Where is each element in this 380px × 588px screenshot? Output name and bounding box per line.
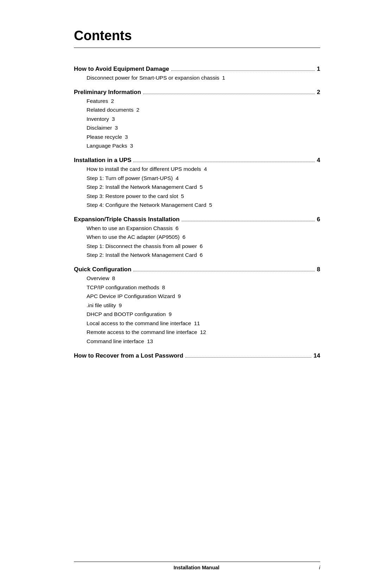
toc-sub-page: 4 (204, 165, 207, 174)
toc-sub-item: DHCP and BOOTP configuration9 (74, 310, 320, 319)
toc-sub-item: Language Packs3 (74, 141, 320, 150)
title-divider (74, 48, 320, 48)
toc-sub-text: Command line interface (87, 337, 144, 346)
toc-heading-text: Expansion/Triple Chassis Installation (74, 216, 179, 223)
toc-sub-text: When to use the AC adapter (AP9505) (87, 233, 180, 242)
toc-sub-page: 3 (115, 123, 118, 132)
toc-sub-page: 6 (200, 250, 203, 260)
toc-sub-page: 5 (181, 192, 184, 201)
toc-sub-text: Language Packs (87, 141, 127, 150)
toc-page-num: 8 (317, 266, 320, 273)
toc-sub-text: Remote access to the command line interf… (87, 328, 197, 337)
toc-sub-page: 8 (162, 283, 165, 292)
toc-sub-page: 9 (119, 301, 122, 310)
toc-dots (171, 70, 315, 71)
toc-sub-text: Inventory (87, 114, 109, 124)
toc-heading-text: Preliminary Information (74, 89, 141, 96)
toc-sub-page: 12 (200, 328, 206, 337)
toc-sub-item: Disclaimer3 (74, 123, 320, 132)
toc-sub-item: TCP/IP configuration methods8 (74, 283, 320, 292)
toc-heading-expansion-chassis: Expansion/Triple Chassis Installation6 (74, 216, 320, 223)
toc-sub-page: 6 (176, 224, 179, 233)
toc-heading-text: How to Avoid Equipment Damage (74, 66, 169, 73)
toc-page-num: 1 (317, 66, 320, 73)
toc-sub-page: 9 (178, 292, 181, 301)
toc-dots (185, 357, 311, 358)
toc-sub-page: 1 (222, 73, 225, 82)
toc-sub-text: TCP/IP configuration methods (87, 283, 159, 292)
toc-sub-item: How to install the card for different UP… (74, 165, 320, 174)
toc-page-num: 6 (317, 216, 320, 223)
toc-sub-item: Features2 (74, 97, 320, 106)
footer-page-number: i (319, 565, 320, 570)
toc-sub-item: Step 3: Restore power to the card slot5 (74, 192, 320, 201)
toc-sub-text: When to use an Expansion Chassis (87, 224, 173, 233)
toc-sub-text: Overview (87, 274, 109, 283)
toc-heading-quick-config: Quick Configuration8 (74, 266, 320, 273)
toc-sub-page: 9 (169, 310, 172, 319)
toc-section-avoid-damage: How to Avoid Equipment Damage1Disconnect… (74, 61, 320, 82)
toc-sub-item: Please recycle3 (74, 132, 320, 142)
toc-heading-recover-password: How to Recover from a Lost Password14 (74, 352, 320, 359)
toc-sub-page: 5 (209, 200, 212, 210)
toc-page-num: 2 (317, 89, 320, 96)
toc-dots (133, 162, 315, 162)
toc-sub-item: Related documents2 (74, 105, 320, 114)
toc-sub-item: Step 2: Install the Network Management C… (74, 182, 320, 192)
toc-sub-item: When to use the AC adapter (AP9505)6 (74, 233, 320, 242)
toc-sub-text: .ini file utility (87, 301, 116, 310)
toc-sub-item: Disconnect power for Smart-UPS or expans… (74, 73, 320, 82)
toc-sub-text: Local access to the command line interfa… (87, 319, 191, 328)
toc-section-recover-password: How to Recover from a Lost Password14 (74, 347, 320, 360)
toc-sub-page: 5 (200, 182, 203, 192)
page-footer: Installation Manual i (74, 562, 320, 570)
toc-sub-item: Step 1: Turn off power (Smart-UPS)4 (74, 174, 320, 183)
footer-manual-label: Installation Manual (74, 565, 319, 570)
toc-sub-page: 6 (200, 242, 203, 251)
toc-heading-avoid-damage: How to Avoid Equipment Damage1 (74, 66, 320, 73)
toc-sub-item: Step 4: Configure the Network Management… (74, 200, 320, 210)
toc-sub-page: 11 (194, 319, 200, 328)
toc-section-installation-ups: Installation in a UPS4How to install the… (74, 152, 320, 210)
toc-sub-text: Step 1: Disconnect the chassis from all … (87, 242, 197, 251)
toc-sub-page: 13 (147, 337, 153, 346)
toc-sub-text: Step 1: Turn off power (Smart-UPS) (87, 174, 173, 183)
toc-sub-text: DHCP and BOOTP configuration (87, 310, 166, 319)
toc-page-num: 4 (317, 157, 320, 164)
toc-sub-text: Step 4: Configure the Network Management… (87, 200, 206, 210)
toc-sub-item: Remote access to the command line interf… (74, 328, 320, 337)
toc-sub-item: When to use an Expansion Chassis6 (74, 224, 320, 233)
toc-sub-page: 2 (111, 97, 114, 106)
toc-sub-text: Step 3: Restore power to the card slot (87, 192, 178, 201)
toc-heading-text: Installation in a UPS (74, 157, 131, 164)
page-title: Contents (74, 28, 320, 43)
toc-sub-text: Features (87, 97, 108, 106)
toc-sub-item: .ini file utility9 (74, 301, 320, 310)
toc-sub-page: 3 (130, 141, 133, 150)
toc-heading-text: How to Recover from a Lost Password (74, 352, 183, 359)
toc-sub-item: Step 2: Install the Network Management C… (74, 250, 320, 260)
page-container: Contents How to Avoid Equipment Damage1D… (39, 0, 341, 588)
toc-sub-item: Step 1: Disconnect the chassis from all … (74, 242, 320, 251)
toc-sub-item: Command line interface13 (74, 337, 320, 346)
toc-dots (143, 94, 315, 94)
toc-sub-page: 2 (137, 105, 140, 114)
toc-sub-page: 4 (176, 174, 179, 183)
toc-sub-page: 3 (112, 114, 115, 124)
toc-sub-item: Local access to the command line interfa… (74, 319, 320, 328)
toc-dots (133, 271, 315, 271)
toc-section-expansion-chassis: Expansion/Triple Chassis Installation6Wh… (74, 211, 320, 260)
toc-sub-text: Step 2: Install the Network Management C… (87, 182, 197, 192)
toc-heading-text: Quick Configuration (74, 266, 131, 273)
toc-page-num: 14 (314, 352, 320, 359)
toc-sub-item: Overview8 (74, 274, 320, 283)
toc-section-quick-config: Quick Configuration8Overview8TCP/IP conf… (74, 261, 320, 346)
toc-sub-text: Step 2: Install the Network Management C… (87, 250, 197, 260)
toc-sub-page: 8 (112, 274, 115, 283)
toc-sub-item: Inventory3 (74, 114, 320, 124)
toc-heading-installation-ups: Installation in a UPS4 (74, 157, 320, 164)
toc-sub-item: APC Device IP Configuration Wizard9 (74, 292, 320, 301)
toc-heading-preliminary: Preliminary Information2 (74, 89, 320, 96)
toc-sub-text: Related documents (87, 105, 134, 114)
toc-sub-page: 3 (125, 132, 128, 142)
